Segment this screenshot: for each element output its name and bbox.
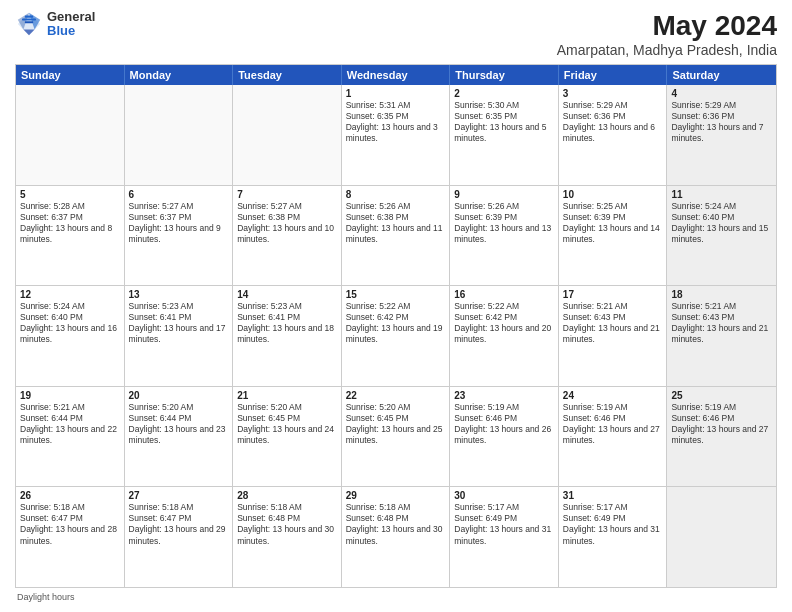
logo-icon: [15, 10, 43, 38]
calendar-day-header: Wednesday: [342, 65, 451, 85]
calendar-cell: 7Sunrise: 5:27 AM Sunset: 6:38 PM Daylig…: [233, 186, 342, 286]
calendar: SundayMondayTuesdayWednesdayThursdayFrid…: [15, 64, 777, 588]
cell-content: Sunrise: 5:31 AM Sunset: 6:35 PM Dayligh…: [346, 100, 446, 144]
cell-content: Sunrise: 5:20 AM Sunset: 6:45 PM Dayligh…: [346, 402, 446, 446]
day-number: 22: [346, 390, 446, 401]
calendar-cell: 17Sunrise: 5:21 AM Sunset: 6:43 PM Dayli…: [559, 286, 668, 386]
cell-content: Sunrise: 5:19 AM Sunset: 6:46 PM Dayligh…: [671, 402, 772, 446]
page: General Blue May 2024 Amarpatan, Madhya …: [0, 0, 792, 612]
cell-content: Sunrise: 5:18 AM Sunset: 6:48 PM Dayligh…: [237, 502, 337, 546]
cell-content: Sunrise: 5:21 AM Sunset: 6:43 PM Dayligh…: [671, 301, 772, 345]
calendar-cell: 26Sunrise: 5:18 AM Sunset: 6:47 PM Dayli…: [16, 487, 125, 587]
calendar-row: 19Sunrise: 5:21 AM Sunset: 6:44 PM Dayli…: [16, 387, 776, 488]
calendar-cell: 24Sunrise: 5:19 AM Sunset: 6:46 PM Dayli…: [559, 387, 668, 487]
cell-content: Sunrise: 5:30 AM Sunset: 6:35 PM Dayligh…: [454, 100, 554, 144]
calendar-cell: 22Sunrise: 5:20 AM Sunset: 6:45 PM Dayli…: [342, 387, 451, 487]
page-title: May 2024: [557, 10, 777, 42]
day-number: 26: [20, 490, 120, 501]
calendar-cell: 10Sunrise: 5:25 AM Sunset: 6:39 PM Dayli…: [559, 186, 668, 286]
cell-content: Sunrise: 5:21 AM Sunset: 6:44 PM Dayligh…: [20, 402, 120, 446]
cell-content: Sunrise: 5:21 AM Sunset: 6:43 PM Dayligh…: [563, 301, 663, 345]
calendar-cell: 3Sunrise: 5:29 AM Sunset: 6:36 PM Daylig…: [559, 85, 668, 185]
cell-content: Sunrise: 5:24 AM Sunset: 6:40 PM Dayligh…: [20, 301, 120, 345]
calendar-cell: [16, 85, 125, 185]
day-number: 17: [563, 289, 663, 300]
day-number: 31: [563, 490, 663, 501]
calendar-cell: 11Sunrise: 5:24 AM Sunset: 6:40 PM Dayli…: [667, 186, 776, 286]
day-number: 9: [454, 189, 554, 200]
calendar-day-header: Friday: [559, 65, 668, 85]
calendar-cell: 4Sunrise: 5:29 AM Sunset: 6:36 PM Daylig…: [667, 85, 776, 185]
calendar-cell: 19Sunrise: 5:21 AM Sunset: 6:44 PM Dayli…: [16, 387, 125, 487]
day-number: 18: [671, 289, 772, 300]
logo-blue: Blue: [47, 24, 95, 38]
calendar-day-header: Thursday: [450, 65, 559, 85]
calendar-cell: 8Sunrise: 5:26 AM Sunset: 6:38 PM Daylig…: [342, 186, 451, 286]
cell-content: Sunrise: 5:29 AM Sunset: 6:36 PM Dayligh…: [671, 100, 772, 144]
day-number: 24: [563, 390, 663, 401]
calendar-cell: 21Sunrise: 5:20 AM Sunset: 6:45 PM Dayli…: [233, 387, 342, 487]
day-number: 15: [346, 289, 446, 300]
day-number: 30: [454, 490, 554, 501]
day-number: 12: [20, 289, 120, 300]
cell-content: Sunrise: 5:29 AM Sunset: 6:36 PM Dayligh…: [563, 100, 663, 144]
day-number: 4: [671, 88, 772, 99]
svg-marker-3: [23, 30, 34, 36]
logo-text: General Blue: [47, 10, 95, 39]
cell-content: Sunrise: 5:28 AM Sunset: 6:37 PM Dayligh…: [20, 201, 120, 245]
cell-content: Sunrise: 5:17 AM Sunset: 6:49 PM Dayligh…: [563, 502, 663, 546]
day-number: 8: [346, 189, 446, 200]
cell-content: Sunrise: 5:23 AM Sunset: 6:41 PM Dayligh…: [237, 301, 337, 345]
cell-content: Sunrise: 5:27 AM Sunset: 6:38 PM Dayligh…: [237, 201, 337, 245]
calendar-cell: 15Sunrise: 5:22 AM Sunset: 6:42 PM Dayli…: [342, 286, 451, 386]
day-number: 10: [563, 189, 663, 200]
day-number: 1: [346, 88, 446, 99]
calendar-cell: 13Sunrise: 5:23 AM Sunset: 6:41 PM Dayli…: [125, 286, 234, 386]
calendar-cell: 5Sunrise: 5:28 AM Sunset: 6:37 PM Daylig…: [16, 186, 125, 286]
calendar-cell: 16Sunrise: 5:22 AM Sunset: 6:42 PM Dayli…: [450, 286, 559, 386]
calendar-cell: 1Sunrise: 5:31 AM Sunset: 6:35 PM Daylig…: [342, 85, 451, 185]
calendar-cell: 31Sunrise: 5:17 AM Sunset: 6:49 PM Dayli…: [559, 487, 668, 587]
calendar-day-header: Monday: [125, 65, 234, 85]
calendar-cell: 12Sunrise: 5:24 AM Sunset: 6:40 PM Dayli…: [16, 286, 125, 386]
cell-content: Sunrise: 5:25 AM Sunset: 6:39 PM Dayligh…: [563, 201, 663, 245]
cell-content: Sunrise: 5:26 AM Sunset: 6:39 PM Dayligh…: [454, 201, 554, 245]
day-number: 20: [129, 390, 229, 401]
calendar-cell: 14Sunrise: 5:23 AM Sunset: 6:41 PM Dayli…: [233, 286, 342, 386]
day-number: 16: [454, 289, 554, 300]
calendar-cell: 18Sunrise: 5:21 AM Sunset: 6:43 PM Dayli…: [667, 286, 776, 386]
calendar-cell: [233, 85, 342, 185]
day-number: 11: [671, 189, 772, 200]
day-number: 25: [671, 390, 772, 401]
title-block: May 2024 Amarpatan, Madhya Pradesh, Indi…: [557, 10, 777, 58]
day-number: 7: [237, 189, 337, 200]
cell-content: Sunrise: 5:18 AM Sunset: 6:47 PM Dayligh…: [20, 502, 120, 546]
day-number: 19: [20, 390, 120, 401]
cell-content: Sunrise: 5:26 AM Sunset: 6:38 PM Dayligh…: [346, 201, 446, 245]
logo: General Blue: [15, 10, 95, 39]
day-number: 21: [237, 390, 337, 401]
day-number: 23: [454, 390, 554, 401]
calendar-cell: 9Sunrise: 5:26 AM Sunset: 6:39 PM Daylig…: [450, 186, 559, 286]
svg-rect-6: [25, 21, 33, 23]
day-number: 3: [563, 88, 663, 99]
day-number: 29: [346, 490, 446, 501]
svg-rect-4: [25, 16, 33, 18]
calendar-cell: 20Sunrise: 5:20 AM Sunset: 6:44 PM Dayli…: [125, 387, 234, 487]
calendar-cell: 27Sunrise: 5:18 AM Sunset: 6:47 PM Dayli…: [125, 487, 234, 587]
cell-content: Sunrise: 5:24 AM Sunset: 6:40 PM Dayligh…: [671, 201, 772, 245]
day-number: 6: [129, 189, 229, 200]
cell-content: Sunrise: 5:18 AM Sunset: 6:47 PM Dayligh…: [129, 502, 229, 546]
cell-content: Sunrise: 5:27 AM Sunset: 6:37 PM Dayligh…: [129, 201, 229, 245]
calendar-cell: 2Sunrise: 5:30 AM Sunset: 6:35 PM Daylig…: [450, 85, 559, 185]
calendar-day-header: Sunday: [16, 65, 125, 85]
cell-content: Sunrise: 5:20 AM Sunset: 6:45 PM Dayligh…: [237, 402, 337, 446]
calendar-day-header: Saturday: [667, 65, 776, 85]
footer-note: Daylight hours: [15, 592, 777, 602]
day-number: 13: [129, 289, 229, 300]
calendar-cell: 6Sunrise: 5:27 AM Sunset: 6:37 PM Daylig…: [125, 186, 234, 286]
svg-rect-5: [22, 19, 36, 21]
calendar-row: 12Sunrise: 5:24 AM Sunset: 6:40 PM Dayli…: [16, 286, 776, 387]
calendar-row: 26Sunrise: 5:18 AM Sunset: 6:47 PM Dayli…: [16, 487, 776, 587]
calendar-row: 5Sunrise: 5:28 AM Sunset: 6:37 PM Daylig…: [16, 186, 776, 287]
